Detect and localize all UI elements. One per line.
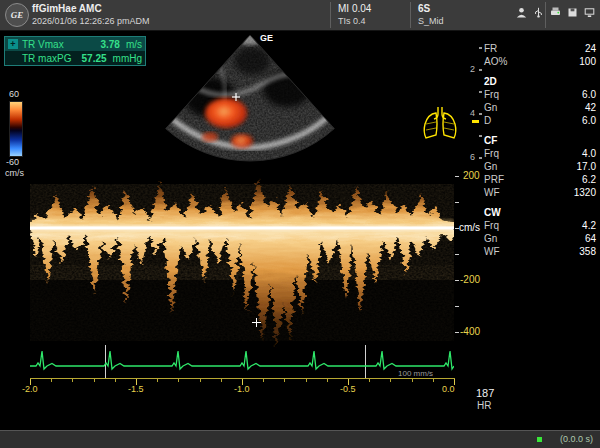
measurement-value: 57.25	[82, 53, 107, 64]
param-row[interactable]: PRF6.2	[484, 173, 596, 186]
velocity-tick	[455, 280, 459, 281]
param-label: Gn	[484, 232, 497, 245]
datetime-text: 2026/01/06 12:26:26 pm	[32, 16, 130, 26]
param-label: Frq	[484, 147, 499, 160]
tis-label: TIs	[338, 16, 351, 26]
param-row: AO%100	[484, 55, 596, 68]
ultrasound-screen: GE ffGimHae AMC 2026/01/06 12:26:26 pmAD…	[0, 0, 600, 448]
param-value: 6.2	[582, 173, 596, 186]
measurement-value: 3.78	[100, 39, 119, 50]
param-row[interactable]: Gn17.0	[484, 160, 596, 173]
param-row[interactable]: WF1320	[484, 186, 596, 199]
mi-value: 0.04	[352, 3, 371, 14]
param-value: 1320	[574, 186, 596, 199]
param-value: 4.0	[582, 147, 596, 160]
network-icon[interactable]	[584, 7, 595, 18]
section-header-cw[interactable]: CW	[484, 206, 596, 219]
focus-marker[interactable]	[472, 120, 479, 123]
param-label: Gn	[484, 101, 497, 114]
user-icon[interactable]	[516, 7, 527, 18]
param-row[interactable]: Gn64	[484, 232, 596, 245]
velocity-scale-mid: -200	[460, 274, 480, 285]
colorbar-min-label: -60	[6, 157, 19, 167]
usb-icon[interactable]	[533, 7, 544, 18]
param-label: AO%	[484, 55, 507, 68]
time-tick-label: -0.5	[340, 384, 356, 394]
param-row[interactable]: Frq4.2	[484, 219, 596, 232]
param-value: 17.0	[577, 160, 596, 173]
section-label: CW	[484, 206, 501, 219]
operator-id: ADM	[130, 16, 150, 26]
velocity-tick	[455, 176, 459, 177]
param-value: 42	[585, 101, 596, 114]
depth-label: 6	[470, 152, 475, 162]
param-row[interactable]: Gn42	[484, 101, 596, 114]
bottom-status-bar: (0.0.0 s)	[0, 430, 600, 448]
mi-label: MI	[338, 3, 349, 14]
disk-icon[interactable]	[567, 7, 578, 18]
topbar-divider	[330, 2, 331, 28]
measurement-row[interactable]: + TR Vmax 3.78 m/s	[5, 37, 145, 51]
colorbar-max-label: 60	[9, 89, 19, 99]
colorbar-unit-label: cm/s	[5, 168, 24, 178]
parameter-panel: FR24 AO%100 2D Frq6.0 Gn42 D6.0 CF Frq4.…	[484, 42, 596, 258]
param-value: 24	[585, 42, 596, 55]
depth-tick	[479, 69, 482, 71]
status-icons	[516, 7, 595, 18]
depth-tick	[479, 47, 482, 49]
measurement-label: TR maxPG	[22, 53, 78, 64]
section-header-2d[interactable]: 2D	[484, 75, 596, 88]
param-label: PRF	[484, 173, 504, 186]
preset-name[interactable]: S_Mid	[418, 15, 444, 27]
velocity-scale-bottom: -400	[460, 326, 480, 337]
velocity-scale-top: 200	[463, 170, 480, 181]
heart-rate-value: 187	[476, 387, 494, 399]
param-row[interactable]: WF358	[484, 245, 596, 258]
param-label: WF	[484, 245, 500, 258]
param-row[interactable]: Frq6.0	[484, 88, 596, 101]
section-header-cf[interactable]: CF	[484, 134, 596, 147]
spectral-doppler-trace[interactable]	[30, 162, 454, 358]
measurement-row[interactable]: + TR maxPG 57.25 mmHg	[5, 51, 145, 65]
param-row[interactable]: D6.0	[484, 114, 596, 127]
printer-icon[interactable]	[550, 7, 561, 18]
datetime: 2026/01/06 12:26:26 pmADM	[32, 15, 150, 27]
spectral-caliper-marker[interactable]	[252, 318, 261, 327]
section-label: CF	[484, 134, 497, 147]
time-tick-label: 0.0	[442, 384, 455, 394]
param-label: Frq	[484, 219, 499, 232]
velocity-tick	[455, 306, 459, 307]
param-value: 64	[585, 232, 596, 245]
ge-logo: GE	[5, 3, 29, 27]
spectral-baseline[interactable]	[30, 227, 454, 230]
param-row[interactable]: Frq4.0	[484, 147, 596, 160]
param-value: 4.2	[582, 219, 596, 232]
param-label: D	[484, 114, 491, 127]
depth-tick	[479, 113, 482, 115]
depth-label: 2	[470, 64, 475, 74]
velocity-tick	[455, 332, 459, 333]
velocity-tick	[455, 202, 459, 203]
record-led	[537, 437, 542, 442]
depth-tick	[479, 91, 482, 93]
probe-info[interactable]: 6S S_Mid	[418, 3, 444, 27]
color-doppler-bar	[9, 101, 23, 157]
time-tick-label: -1.0	[234, 384, 250, 394]
heart-rate-label: HR	[477, 400, 491, 411]
probe-name[interactable]: 6S	[418, 3, 444, 15]
ecg-trace	[30, 346, 454, 378]
param-row: FR24	[484, 42, 596, 55]
param-value: 358	[579, 245, 596, 258]
param-label: FR	[484, 42, 497, 55]
param-label: Gn	[484, 160, 497, 173]
sweep-speed-label: 100 mm/s	[398, 369, 433, 378]
measurement-result-box: + TR Vmax 3.78 m/s + TR maxPG 57.25 mmHg	[4, 36, 146, 66]
param-label: Frq	[484, 88, 499, 101]
velocity-tick	[455, 254, 459, 255]
2d-sector-image[interactable]	[152, 31, 348, 163]
param-label: WF	[484, 186, 500, 199]
velocity-scale-unit: cm/s	[459, 222, 480, 233]
lungs-icon	[420, 104, 460, 142]
measurement-label: TR Vmax	[22, 39, 96, 50]
measurement-unit: mmHg	[113, 53, 142, 64]
